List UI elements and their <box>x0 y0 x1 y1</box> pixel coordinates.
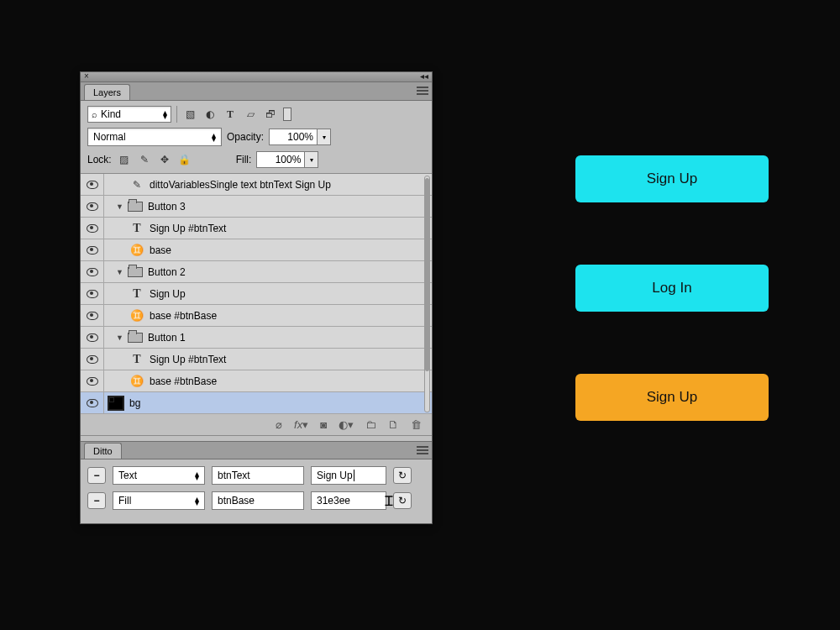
visibility-icon[interactable] <box>87 202 98 211</box>
filter-kind-label: Kind <box>101 108 121 120</box>
folder-icon <box>128 202 143 212</box>
layer-row[interactable]: T Sign Up #btnText <box>81 218 432 239</box>
filter-type-icon[interactable]: T <box>223 107 238 122</box>
layer-thumbnail <box>108 396 124 411</box>
disclosure-icon[interactable]: ▼ <box>116 268 126 276</box>
visibility-icon[interactable] <box>87 312 98 320</box>
layer-list: dittoVariablesSingle text btnText Sign U… <box>81 173 432 414</box>
layer-row[interactable]: ▼ Button 1 <box>81 327 432 349</box>
stepper-icon: ▴▾ <box>195 496 199 505</box>
layer-style-icon[interactable]: fx▾ <box>294 418 308 431</box>
layer-name: Button 3 <box>148 201 186 213</box>
variable-type-value: Fill <box>118 495 131 507</box>
visibility-icon[interactable] <box>87 268 98 276</box>
visibility-icon[interactable] <box>87 181 98 189</box>
close-icon[interactable]: × <box>84 71 89 81</box>
fill-dropdown[interactable]: ▾ <box>305 151 318 168</box>
layer-row-selected[interactable]: bg <box>81 392 432 414</box>
variable-name-input[interactable]: btnText <box>212 466 304 485</box>
adjustment-layer-icon[interactable]: ◐▾ <box>339 418 354 431</box>
type-icon: T <box>129 353 144 366</box>
lock-position-icon[interactable]: ✥ <box>157 152 172 167</box>
layer-name: base #btnBase <box>150 375 217 387</box>
filter-kind-select[interactable]: ⌕ Kind ▴▾ <box>87 106 171 123</box>
brush-icon <box>129 178 144 192</box>
filter-smart-icon[interactable]: 🗗 <box>263 107 278 122</box>
folder-icon <box>128 267 143 277</box>
filter-toggle-icon[interactable] <box>283 108 291 121</box>
layer-row[interactable]: ♊ base #btnBase <box>81 370 432 392</box>
shape-icon: ♊ <box>129 244 144 257</box>
ibeam-cursor-icon: Ꮖ <box>385 494 394 509</box>
refresh-button[interactable]: ↻ <box>393 467 412 484</box>
filter-adjustment-icon[interactable]: ◐ <box>202 107 218 122</box>
layer-row[interactable]: ▼ Button 3 <box>81 196 432 218</box>
canvas-button-1-label: Sign Up <box>647 171 697 187</box>
visibility-icon[interactable] <box>87 246 98 255</box>
layer-row[interactable]: T Sign Up #btnText <box>81 349 432 370</box>
variable-value-input[interactable]: 31e3eeᏆ <box>311 491 386 510</box>
remove-variable-button[interactable]: − <box>87 467 106 484</box>
variable-name-value: btnBase <box>218 495 255 507</box>
layer-name: base <box>150 244 171 256</box>
panel-menu-icon[interactable] <box>417 87 428 95</box>
tab-ditto-label: Ditto <box>93 446 113 456</box>
layer-name: dittoVariablesSingle text btnText Sign U… <box>150 179 331 191</box>
remove-variable-button[interactable]: − <box>87 492 106 509</box>
panel-menu-icon[interactable] <box>417 446 428 454</box>
lock-pixels-icon[interactable]: ✎ <box>137 152 152 167</box>
lock-transparency-icon[interactable]: ▨ <box>117 152 132 167</box>
layer-row[interactable]: ♊ base #btnBase <box>81 305 432 327</box>
variable-name-input[interactable]: btnBase <box>212 491 304 510</box>
filter-pixel-icon[interactable]: ▧ <box>182 107 197 122</box>
type-icon: T <box>129 287 144 301</box>
scrollbar-thumb[interactable] <box>425 178 429 371</box>
opacity-value: 100% <box>287 131 313 143</box>
opacity-dropdown[interactable]: ▾ <box>318 129 331 145</box>
layers-scrollbar[interactable] <box>424 176 430 412</box>
visibility-icon[interactable] <box>87 290 98 298</box>
blend-mode-value: Normal <box>93 131 126 143</box>
layer-row[interactable]: ♊ base <box>81 239 432 261</box>
link-layers-icon[interactable]: ⌀ <box>276 418 282 431</box>
fill-input[interactable]: 100% <box>256 151 305 168</box>
variable-type-value: Text <box>118 470 137 481</box>
layer-mask-icon[interactable]: ◙ <box>320 418 327 431</box>
stepper-icon: ▴▾ <box>163 110 167 118</box>
opacity-label: Opacity: <box>227 131 264 143</box>
tab-layers[interactable]: Layers <box>84 84 130 100</box>
visibility-icon[interactable] <box>87 355 98 364</box>
delete-layer-icon[interactable]: 🗑 <box>411 418 422 431</box>
visibility-icon[interactable] <box>87 333 98 342</box>
layers-footer: ⌀ fx▾ ◙ ◐▾ 🗀 🗋 🗑 <box>81 414 432 436</box>
disclosure-icon[interactable]: ▼ <box>116 333 126 342</box>
lock-all-icon[interactable]: 🔒 <box>177 152 192 167</box>
layer-row[interactable]: T Sign Up <box>81 283 432 305</box>
variable-value-input[interactable]: Sign Up <box>311 466 386 485</box>
shape-icon: ♊ <box>129 309 144 323</box>
filter-shape-icon[interactable]: ▱ <box>243 107 258 122</box>
refresh-button[interactable]: ↻ <box>393 492 412 509</box>
disclosure-icon[interactable]: ▼ <box>116 202 126 211</box>
blend-mode-select[interactable]: Normal ▴▾ <box>87 128 222 146</box>
variable-type-select[interactable]: Text ▴▾ <box>113 466 205 485</box>
layer-row[interactable]: dittoVariablesSingle text btnText Sign U… <box>81 174 432 196</box>
new-group-icon[interactable]: 🗀 <box>365 418 376 431</box>
visibility-icon[interactable] <box>87 399 98 407</box>
panels-window: × ◂◂ Layers ⌕ Kind ▴▾ ▧ ◐ T ▱ 🗗 No <box>80 71 433 524</box>
visibility-icon[interactable] <box>87 224 98 233</box>
layer-name: Sign Up <box>150 288 186 300</box>
stepper-icon: ▴▾ <box>212 133 216 141</box>
variable-value-text: Sign Up <box>317 470 353 481</box>
variable-type-select[interactable]: Fill ▴▾ <box>113 491 205 510</box>
tab-ditto[interactable]: Ditto <box>84 443 122 459</box>
new-layer-icon[interactable]: 🗋 <box>388 418 399 431</box>
visibility-icon[interactable] <box>87 377 98 386</box>
lock-label: Lock: <box>87 154 112 165</box>
folder-icon <box>128 333 143 343</box>
opacity-input[interactable]: 100% <box>269 129 318 145</box>
layer-row[interactable]: ▼ Button 2 <box>81 261 432 283</box>
panel-titlebar[interactable]: × ◂◂ <box>81 72 432 82</box>
ditto-tab-strip: Ditto <box>81 441 432 459</box>
collapse-icon[interactable]: ◂◂ <box>420 71 428 81</box>
